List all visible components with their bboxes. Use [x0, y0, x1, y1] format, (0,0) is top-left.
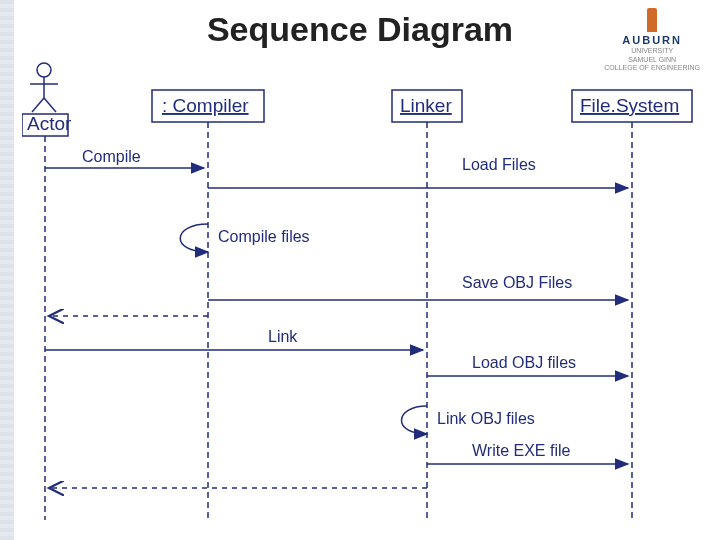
- svg-point-0: [37, 63, 51, 77]
- msg-loadfiles-label: Load Files: [462, 156, 536, 173]
- msg-saveobj-label: Save OBJ Files: [462, 274, 572, 291]
- msg-linkobj-arrow: [401, 406, 427, 434]
- tower-icon: [647, 8, 657, 32]
- msg-writeexe-label: Write EXE file: [472, 442, 571, 459]
- svg-line-4: [44, 98, 56, 112]
- logo-name: AUBURN: [604, 34, 700, 47]
- compiler-label: : Compiler: [162, 95, 249, 116]
- decorative-stripe: [0, 0, 14, 540]
- sequence-diagram: Actor : Compiler Linker File.System Comp…: [22, 60, 702, 530]
- actor-label: Actor: [27, 113, 72, 134]
- actor-icon: [30, 63, 58, 112]
- msg-linkobj-label: Link OBJ files: [437, 410, 535, 427]
- msg-compilefiles-arrow: [180, 224, 208, 252]
- msg-loadobj-label: Load OBJ files: [472, 354, 576, 371]
- msg-compilefiles-label: Compile files: [218, 228, 310, 245]
- filesystem-label: File.System: [580, 95, 679, 116]
- msg-link-label: Link: [268, 328, 298, 345]
- msg-compile-label: Compile: [82, 148, 141, 165]
- svg-line-3: [32, 98, 44, 112]
- logo-sub1: UNIVERSITY: [604, 47, 700, 55]
- linker-label: Linker: [400, 95, 452, 116]
